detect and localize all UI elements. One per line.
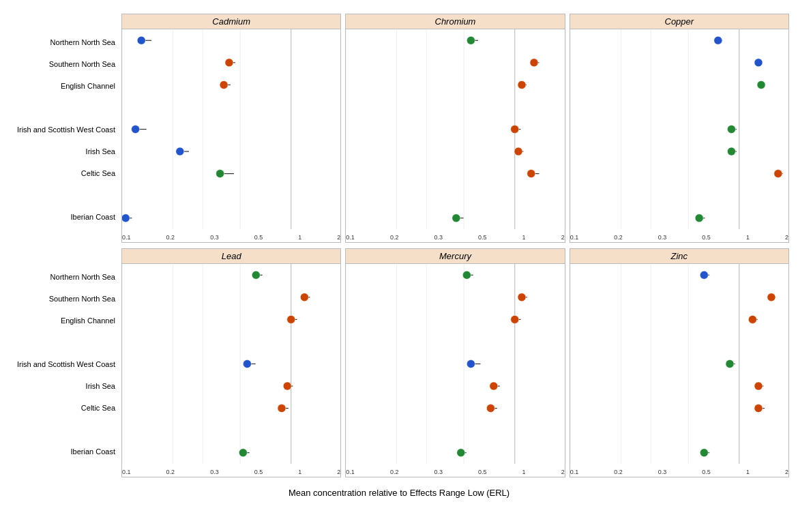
svg-point-92 [463, 271, 471, 279]
svg-point-12 [220, 80, 228, 89]
x-tick-label: 0.5 [478, 234, 487, 241]
svg-point-81 [278, 404, 286, 413]
x-tick-label: 2 [337, 234, 340, 241]
svg-point-8 [137, 36, 145, 44]
panel-zinc: Zinc0.10.20.30.512 [567, 248, 791, 477]
y-label: Celtic Sea [7, 397, 119, 419]
x-tick-label: 0.5 [702, 234, 711, 241]
y-label: Irish and Scottish West Coast [7, 119, 119, 141]
y-label: English Channel [7, 310, 119, 331]
x-tick-label: 1 [746, 234, 750, 241]
x-tick-label: 0.2 [166, 234, 175, 241]
plot-svg-mercury [346, 264, 565, 464]
x-tick-label: 0.2 [166, 469, 175, 475]
panel-chromium: Chromium0.10.20.30.512 [343, 14, 567, 243]
x-tick-label: 0.3 [434, 234, 443, 241]
svg-point-83 [239, 449, 247, 457]
y-label: Irish Sea [7, 375, 119, 397]
y-label: Iberian Coast [7, 206, 119, 228]
y-label [7, 419, 119, 441]
y-label: Southern North Sea [7, 288, 119, 310]
svg-point-52 [754, 59, 763, 67]
x-tick-label: 0.5 [254, 234, 263, 241]
svg-point-41 [452, 214, 460, 222]
plot-area-copper: 0.10.20.30.512 [570, 29, 789, 243]
y-axis-labels: Northern North SeaSouthern North SeaEngl… [7, 14, 119, 243]
svg-point-98 [467, 360, 475, 368]
x-tick-label: 0.1 [570, 234, 579, 241]
y-label: English Channel [7, 75, 119, 97]
svg-point-20 [122, 214, 130, 222]
plot-area-lead: 0.10.20.30.512 [121, 264, 341, 477]
x-tick-label: 0.1 [346, 234, 355, 241]
plot-area-cadmium: 0.10.20.30.512 [121, 29, 341, 243]
svg-point-33 [518, 80, 526, 89]
x-tick-label: 2 [561, 469, 565, 475]
x-axis-cadmium: 0.10.20.30.512 [122, 228, 340, 242]
y-label: Northern North Sea [7, 31, 119, 53]
plot-area-chromium: 0.10.20.30.512 [345, 29, 565, 243]
x-axis-lead: 0.10.20.30.512 [122, 463, 340, 477]
x-axis-chromium: 0.10.20.30.512 [346, 228, 564, 242]
svg-point-102 [487, 404, 495, 413]
x-tick-label: 0.3 [658, 469, 667, 475]
svg-point-18 [216, 170, 224, 178]
y-label [7, 184, 119, 206]
svg-point-54 [757, 80, 765, 89]
svg-point-125 [700, 449, 708, 457]
x-tick-label: 0.5 [254, 469, 263, 475]
x-tick-label: 2 [337, 469, 340, 475]
x-tick-label: 1 [746, 469, 750, 475]
svg-point-77 [243, 360, 251, 368]
svg-point-100 [490, 382, 498, 390]
svg-point-39 [527, 170, 535, 178]
x-tick-label: 0.5 [478, 469, 487, 475]
svg-point-119 [726, 360, 734, 368]
x-axis-zinc: 0.10.20.30.512 [570, 463, 788, 477]
panel-cadmium: Cadmium0.10.20.30.512 [119, 14, 343, 243]
svg-point-117 [748, 315, 756, 323]
y-label: Irish Sea [7, 141, 119, 162]
svg-point-62 [695, 214, 703, 222]
x-tick-label: 0.2 [390, 469, 399, 475]
y-label: Celtic Sea [7, 162, 119, 184]
svg-point-31 [530, 59, 538, 67]
x-tick-label: 2 [561, 234, 565, 241]
x-tick-label: 0.1 [570, 469, 579, 475]
x-tick-label: 0.2 [390, 234, 399, 241]
svg-point-94 [518, 293, 526, 301]
x-tick-label: 0.3 [434, 469, 443, 475]
plot-svg-lead [122, 264, 342, 464]
x-tick-label: 0.1 [346, 469, 355, 475]
chart-container: Northern North SeaSouthern North SeaEngl… [0, 0, 798, 532]
svg-point-58 [727, 147, 735, 156]
plot-svg-zinc [570, 264, 790, 464]
svg-point-29 [467, 36, 475, 44]
svg-point-60 [773, 170, 782, 178]
svg-point-10 [225, 59, 233, 67]
svg-point-123 [754, 404, 763, 413]
panel-copper: Copper0.10.20.30.512 [567, 14, 791, 243]
x-tick-label: 1 [522, 469, 526, 475]
svg-point-37 [514, 147, 522, 156]
panel-title-chromium: Chromium [345, 14, 565, 29]
x-tick-label: 0.2 [614, 469, 623, 475]
y-label: Irish and Scottish West Coast [7, 353, 119, 375]
x-tick-label: 0.3 [658, 234, 667, 241]
panel-mercury: Mercury0.10.20.30.512 [343, 248, 567, 477]
y-label: Northern North Sea [7, 266, 119, 288]
x-axis-label: Mean concentration relative to Effects R… [7, 488, 791, 498]
panel-title-mercury: Mercury [345, 248, 565, 264]
svg-point-73 [300, 293, 308, 301]
panel-title-cadmium: Cadmium [121, 14, 341, 29]
plot-area-mercury: 0.10.20.30.512 [345, 264, 565, 477]
panel-title-zinc: Zinc [570, 248, 789, 264]
y-label [7, 331, 119, 353]
y-axis-labels: Northern North SeaSouthern North SeaEngl… [7, 248, 119, 477]
x-tick-label: 0.5 [702, 469, 711, 475]
svg-point-14 [132, 125, 140, 134]
svg-point-71 [252, 271, 260, 279]
x-tick-label: 0.3 [210, 469, 219, 475]
svg-point-115 [767, 293, 775, 301]
x-axis-mercury: 0.10.20.30.512 [346, 463, 564, 477]
